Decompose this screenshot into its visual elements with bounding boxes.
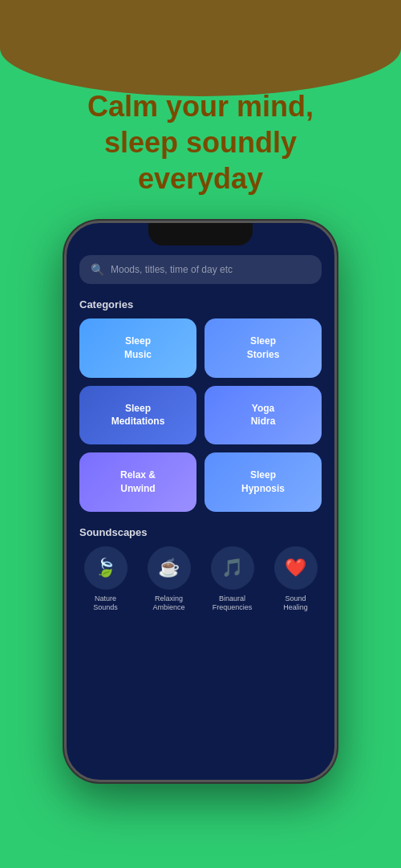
soundscapes-title: Soundscapes	[79, 526, 322, 538]
soundscape-relaxing[interactable]: ☕ RelaxingAmbience	[148, 546, 191, 613]
soundscape-binaural[interactable]: 🎵 BinauralFrequencies	[211, 546, 254, 613]
phone-container: 🔍 Moods, titles, time of day etc Categor…	[0, 221, 401, 782]
phone-content: 🔍 Moods, titles, time of day etc Categor…	[67, 223, 334, 780]
hero-section: Calm your mind, sleep soundly everyday	[0, 0, 401, 213]
search-icon: 🔍	[91, 263, 104, 276]
soundscape-nature[interactable]: 🍃 NatureSounds	[84, 546, 128, 613]
binaural-icon: 🎵	[211, 546, 254, 590]
phone-notch	[148, 223, 253, 245]
healing-icon: ❤️	[274, 546, 318, 590]
phone-device: 🔍 Moods, titles, time of day etc Categor…	[64, 221, 337, 782]
search-bar[interactable]: 🔍 Moods, titles, time of day etc	[79, 255, 322, 284]
categories-grid: SleepMusic SleepStories SleepMeditations…	[79, 318, 322, 512]
nature-icon: 🍃	[84, 546, 128, 590]
soundscapes-row: 🍃 NatureSounds ☕ RelaxingAmbience 🎵 Bina…	[79, 546, 322, 613]
category-relax-unwind[interactable]: Relax &Unwind	[79, 452, 196, 512]
soundscape-healing[interactable]: ❤️ SoundHealing	[274, 546, 318, 613]
category-sleep-hypnosis[interactable]: SleepHypnosis	[205, 452, 322, 512]
category-sleep-meditations[interactable]: SleepMeditations	[79, 386, 196, 445]
relaxing-icon: ☕	[148, 546, 191, 590]
category-sleep-music[interactable]: SleepMusic	[79, 318, 196, 378]
hero-title: Calm your mind, sleep soundly everyday	[0, 88, 401, 197]
category-sleep-stories[interactable]: SleepStories	[205, 318, 322, 378]
search-placeholder: Moods, titles, time of day etc	[111, 264, 233, 275]
category-yoga-nidra[interactable]: YogaNidra	[205, 386, 322, 445]
categories-title: Categories	[79, 298, 322, 310]
